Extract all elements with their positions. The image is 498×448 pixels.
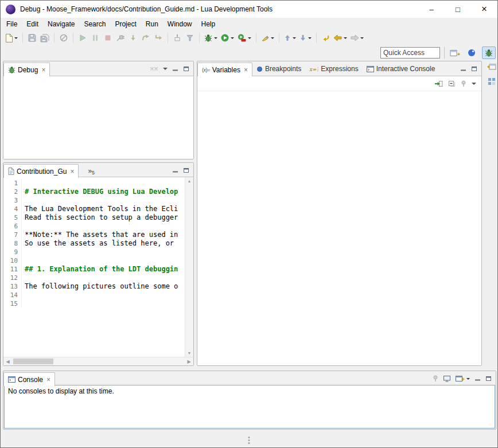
step-return-button[interactable] (153, 32, 164, 44)
maximize-view-button[interactable] (471, 66, 477, 72)
mark-occurrences-button[interactable] (260, 32, 275, 44)
minimize-view-button[interactable] (474, 376, 481, 381)
tab-editor-contribution-guide[interactable]: Contribution_Gu × (3, 164, 79, 178)
close-tab-icon[interactable]: × (70, 168, 74, 175)
line-text[interactable]: ## 1. Explanation of the LDT debuggin (22, 265, 185, 274)
tab-variables[interactable]: (x)= Variables × (197, 63, 252, 76)
tab-expressions[interactable]: x=? Expressions (305, 62, 362, 76)
forward-button[interactable] (349, 32, 365, 44)
use-step-filters-button[interactable] (184, 32, 196, 44)
scroll-down-icon[interactable]: ▼ (188, 351, 192, 355)
line-number[interactable]: 6 (3, 222, 22, 231)
line-text[interactable]: The Lua Development Tools in the Ecli (22, 205, 185, 213)
maximize-view-button[interactable] (485, 376, 492, 381)
line-number[interactable]: 5 (3, 213, 22, 222)
line-number[interactable]: 3 (3, 196, 22, 205)
drop-to-frame-button[interactable] (172, 32, 183, 44)
view-menu-button[interactable] (163, 68, 168, 70)
show-logical-structure-button[interactable] (434, 80, 443, 87)
line-number[interactable]: 4 (3, 205, 22, 213)
maximize-view-button[interactable] (183, 167, 189, 173)
external-tools-button[interactable] (236, 32, 252, 44)
tab-debug[interactable]: Debug × (3, 63, 50, 76)
console-body[interactable]: No consoles to display at this time. (4, 385, 495, 428)
perspective-layout-button[interactable] (488, 77, 496, 85)
line-number[interactable]: 11 (3, 265, 22, 274)
scroll-right-icon[interactable]: ▶ (185, 359, 193, 364)
previous-annotation-button[interactable] (283, 32, 297, 44)
line-number[interactable]: 2 (3, 188, 22, 196)
menu-item[interactable]: File (2, 18, 22, 30)
tab-interactive-console[interactable]: Interactive Console (363, 62, 439, 76)
line-number[interactable]: 13 (3, 282, 22, 291)
open-console-button[interactable] (456, 375, 470, 382)
line-text[interactable]: So use the assets as listed here, or (22, 239, 185, 248)
menu-item[interactable]: Search (79, 18, 110, 30)
editor-vertical-scrollbar[interactable]: ▲ ▼ (185, 177, 193, 357)
quick-access-box[interactable]: Quick Access (380, 47, 440, 59)
new-button[interactable] (4, 32, 19, 44)
back-button[interactable] (333, 32, 348, 44)
tab-breakpoints[interactable]: Breakpoints (252, 62, 305, 76)
line-number[interactable]: 7 (3, 231, 22, 239)
remove-all-terminated-button[interactable] (150, 67, 158, 72)
suspend-button[interactable] (90, 32, 101, 44)
line-number[interactable]: 9 (3, 248, 22, 256)
pin-console-button[interactable] (433, 375, 438, 382)
tab-console[interactable]: Console × (3, 372, 55, 386)
display-selected-console-button[interactable] (443, 375, 451, 382)
line-text[interactable]: # Interactive DEBUG using Lua Develop (22, 188, 185, 196)
next-annotation-button[interactable] (298, 32, 313, 44)
disconnect-button[interactable] (115, 32, 126, 44)
run-button[interactable] (220, 32, 235, 44)
line-text[interactable]: Read this section to setup a debugger (22, 213, 185, 222)
close-tab-icon[interactable]: × (46, 376, 50, 383)
line-number[interactable]: 8 (3, 239, 22, 248)
menu-item[interactable]: Navigate (43, 18, 79, 30)
menu-item[interactable]: Run (141, 18, 163, 30)
close-button[interactable]: × (471, 1, 497, 18)
lua-perspective-button[interactable] (464, 46, 479, 59)
collapse-all-button[interactable] (448, 80, 456, 87)
maximize-button[interactable]: □ (445, 1, 471, 18)
minimize-view-button[interactable] (172, 66, 178, 72)
terminate-button[interactable] (102, 32, 114, 44)
status-splitter-handle[interactable] (248, 437, 250, 444)
close-tab-icon[interactable]: × (41, 67, 45, 73)
step-into-button[interactable] (127, 32, 139, 44)
restore-view-button[interactable] (487, 63, 496, 71)
line-text[interactable]: **Note:** The assets that are used in (22, 231, 185, 239)
resume-button[interactable] (77, 32, 88, 44)
pin-view-button[interactable] (461, 80, 466, 87)
skip-all-breakpoints-button[interactable] (58, 32, 69, 44)
editor-text-area[interactable]: 1 2 # Interactive DEBUG using Lua Develo… (3, 177, 185, 357)
menu-item[interactable]: Edit (22, 18, 43, 30)
scroll-up-icon[interactable]: ▲ (188, 179, 192, 183)
maximize-view-button[interactable] (183, 66, 189, 72)
minimize-view-button[interactable] (460, 66, 466, 72)
debug-button[interactable] (203, 32, 219, 44)
last-edit-location-button[interactable] (320, 32, 332, 44)
debug-perspective-button[interactable] (482, 46, 496, 59)
save-button[interactable] (26, 32, 38, 44)
line-number[interactable]: 10 (3, 256, 22, 265)
minimize-view-button[interactable] (172, 167, 178, 173)
menu-item[interactable]: Project (110, 18, 141, 30)
menu-item[interactable]: Window (163, 18, 197, 30)
save-all-button[interactable] (39, 32, 50, 44)
line-number[interactable]: 1 (3, 179, 22, 188)
hidden-editors-indicator[interactable]: »5 (88, 165, 95, 177)
line-number[interactable]: 12 (3, 274, 22, 282)
menu-item[interactable]: Help (197, 18, 220, 30)
minimize-button[interactable]: – (418, 1, 445, 18)
line-number[interactable]: 14 (3, 291, 22, 299)
close-tab-icon[interactable]: × (244, 67, 248, 73)
line-text[interactable]: The following pictures outline some o (22, 282, 185, 291)
scrollbar-thumb[interactable] (13, 359, 53, 364)
editor-horizontal-scrollbar[interactable]: ◀ ▶ (3, 357, 193, 365)
debug-view-body[interactable] (3, 76, 193, 159)
view-menu-button[interactable] (472, 83, 476, 85)
scroll-left-icon[interactable]: ◀ (3, 359, 12, 364)
line-number[interactable]: 15 (3, 299, 22, 308)
open-perspective-button[interactable] (449, 46, 461, 59)
